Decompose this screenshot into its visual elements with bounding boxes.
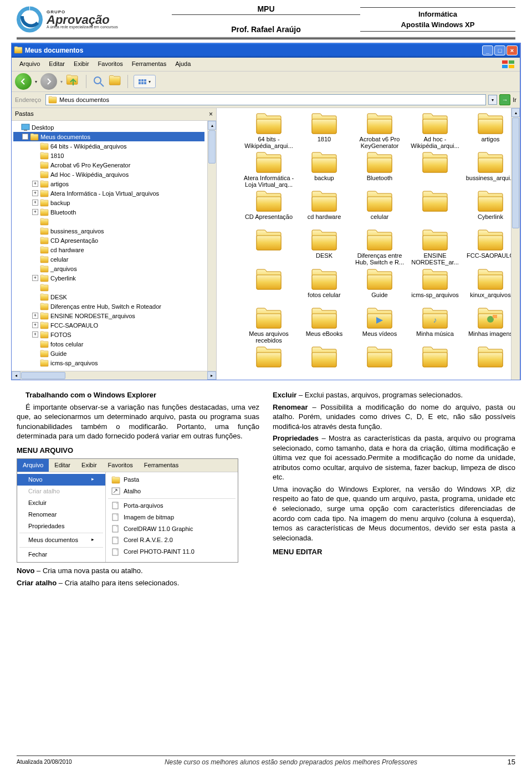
folder-item[interactable]: ♪Minha música [407, 307, 463, 344]
tree-item[interactable]: 1810 [13, 151, 204, 160]
menu-item[interactable]: Fechar [17, 549, 105, 560]
folder-item[interactable] [241, 229, 296, 266]
folder-item[interactable]: Diferenças entre Hub, Switch e R... [352, 229, 407, 266]
search-icon[interactable] [92, 75, 105, 88]
go-button[interactable]: → [499, 94, 510, 105]
submenu-item[interactable]: Pasta [106, 474, 238, 486]
minimize-button[interactable]: _ [482, 45, 493, 55]
forward-button[interactable] [40, 73, 57, 90]
expand-icon[interactable]: + [32, 331, 38, 338]
icons-vscrollbar[interactable]: ▴ [511, 108, 520, 380]
folder-item[interactable] [241, 346, 296, 380]
folder-item[interactable] [463, 346, 518, 380]
menu-item[interactable]: Renomear [17, 509, 105, 520]
tree-item[interactable]: icms-sp_arquivos [13, 358, 204, 367]
tree-item[interactable]: +artigos [13, 179, 204, 188]
menu-item[interactable]: Ferramentas [139, 459, 184, 472]
tree-item[interactable]: Acrobat v6 Pro KeyGenerator [13, 160, 204, 170]
menu-item[interactable]: Editar [49, 459, 76, 472]
folder-item[interactable] [407, 151, 463, 188]
menu-favoritos[interactable]: Favoritos [94, 59, 127, 69]
maximize-button[interactable]: □ [494, 45, 505, 55]
folder-item[interactable]: celular [352, 190, 407, 227]
tree-item[interactable] [13, 283, 204, 292]
expand-icon[interactable]: + [32, 209, 38, 215]
menu-exibir[interactable]: Exibir [69, 59, 94, 69]
folder-item[interactable]: FCC-SAOPAULO [463, 229, 518, 266]
folder-item[interactable] [296, 346, 352, 380]
menu-item[interactable]: Excluir [17, 497, 105, 509]
folder-item[interactable] [241, 268, 296, 305]
tree-item[interactable]: +FCC-SAOPAULO [13, 320, 204, 330]
folder-item[interactable]: Bluetooth [352, 151, 407, 188]
folder-item[interactable]: Atera Informática - Loja Virtual_arq... [241, 151, 296, 188]
folder-item[interactable]: DESK [296, 229, 352, 266]
folder-item[interactable]: kinux_arquivos [463, 268, 518, 305]
menu-item[interactable]: Criar atalho [17, 486, 105, 497]
menu-item[interactable]: Novo▸ [17, 474, 105, 486]
folder-item[interactable]: artigos [463, 113, 518, 149]
folder-item[interactable]: Meus vídeos [352, 307, 407, 344]
tree-hscrollbar[interactable]: ◂ ▸ [12, 371, 216, 380]
scroll-right-icon[interactable]: ▸ [207, 371, 216, 380]
submenu-item[interactable]: Corel PHOTO-PAINT 11.0 [106, 546, 238, 558]
tree-item[interactable]: Desktop [13, 122, 204, 132]
up-button[interactable] [66, 74, 80, 89]
address-dropdown[interactable]: ▾ [488, 95, 497, 105]
submenu-item[interactable]: Corel R.A.V.E. 2.0 [106, 534, 238, 546]
scroll-thumb[interactable] [512, 118, 519, 228]
folder-item[interactable]: 64 bits - Wikipédia_arqui... [241, 113, 296, 149]
folder-item[interactable]: Acrobat v6 Pro KeyGenerator [352, 113, 407, 149]
tree-item[interactable]: fotos celular [13, 339, 204, 349]
tree-item[interactable]: Diferenças entre Hub, Switch e Roteador [13, 302, 204, 311]
folders-icon[interactable] [109, 75, 122, 88]
tree-item[interactable]: +Cyberlink [13, 273, 204, 283]
tree-item[interactable]: +FOTOS [13, 330, 204, 339]
submenu-item[interactable]: Imagem de bitmap [106, 512, 238, 523]
scroll-left-icon[interactable]: ◂ [12, 371, 21, 380]
folder-item[interactable] [407, 190, 463, 227]
menu-item[interactable]: Meus documentos▸ [17, 534, 105, 546]
submenu-item[interactable]: Porta-arquivos [106, 500, 238, 512]
folder-item[interactable]: Cyberlink [463, 190, 518, 227]
scroll-thumb[interactable] [208, 130, 216, 164]
expand-icon[interactable]: + [32, 190, 38, 196]
menu-item[interactable]: Propriedades [17, 520, 105, 532]
folder-item[interactable]: Ad hoc - Wikipédia_arqui... [407, 113, 463, 149]
expand-icon[interactable]: + [32, 200, 38, 206]
folder-item[interactable]: ENSINE NORDESTE_ar... [407, 229, 463, 266]
folder-item[interactable]: CD Apresentação [241, 190, 296, 227]
submenu-item[interactable]: Atalho [106, 486, 238, 497]
tree-item[interactable]: cd hardware [13, 245, 204, 254]
scroll-up-icon[interactable]: ▴ [511, 108, 520, 117]
menu-editar[interactable]: Editar [44, 59, 69, 69]
tree-item[interactable]: celular [13, 254, 204, 264]
scroll-up-icon[interactable]: ▴ [208, 121, 216, 130]
titlebar[interactable]: Meus documentos _ □ × [12, 43, 520, 58]
close-button[interactable]: × [507, 45, 518, 55]
expand-icon[interactable]: + [32, 275, 38, 281]
scroll-thumb[interactable] [21, 372, 65, 379]
folder-item[interactable] [352, 346, 407, 380]
folder-item[interactable]: Minhas imagens [463, 307, 518, 344]
folder-item[interactable]: 1810 [296, 113, 352, 149]
expand-icon[interactable]: + [32, 313, 38, 319]
tree-item[interactable]: +backup [13, 198, 204, 207]
expand-icon[interactable]: + [32, 322, 38, 328]
tree-item[interactable]: -Meus documentos [13, 132, 204, 141]
back-button[interactable] [15, 73, 32, 90]
menu-ajuda[interactable]: Ajuda [171, 59, 195, 69]
tree-item[interactable]: _arquivos [13, 264, 204, 273]
menu-item[interactable]: Exibir [76, 459, 103, 472]
tree-item[interactable]: DESK [13, 292, 204, 302]
tree-item[interactable]: Guide [13, 349, 204, 358]
tree-item[interactable] [13, 217, 204, 226]
tree-item[interactable]: CD Apresentação [13, 236, 204, 245]
folder-item[interactable]: cd hardware [296, 190, 352, 227]
address-input[interactable]: Meus documentos [45, 94, 486, 105]
folder-item[interactable]: Meus eBooks [296, 307, 352, 344]
menu-item[interactable]: Favoritos [103, 459, 139, 472]
menu-arquivo[interactable]: Arquivo [15, 59, 44, 69]
menu-item[interactable]: Arquivo [17, 459, 49, 472]
tree-item[interactable]: +Atera Informática - Loja Virtual_arquiv… [13, 188, 204, 198]
